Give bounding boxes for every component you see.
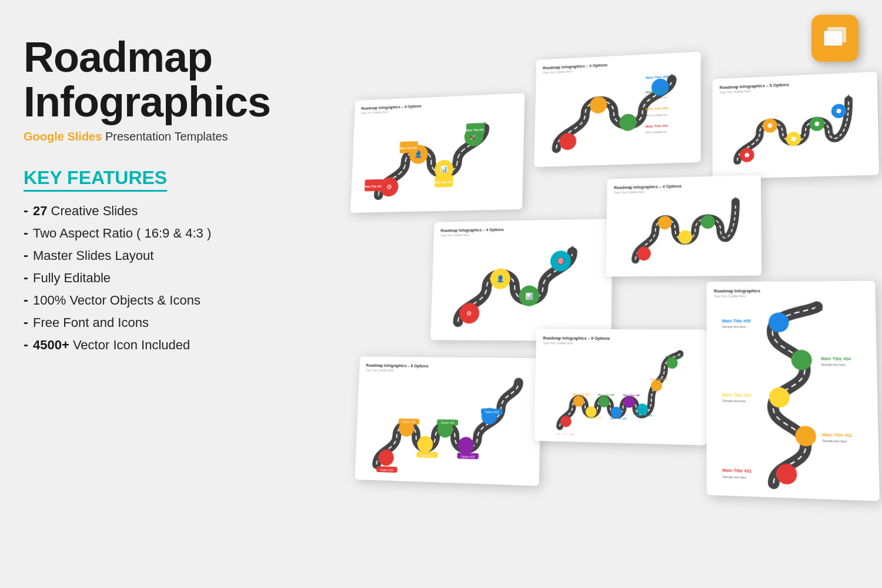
svg-text:Option #05: Option #05	[461, 455, 475, 459]
slide-subtitle-8: Type Your Subtitle Here	[714, 294, 867, 298]
svg-text:Sample text here: Sample text here	[822, 440, 847, 444]
slide-svg-2: Main Title #01 This is a sample text... …	[541, 70, 694, 161]
svg-text:Main Title #01: Main Title #01	[557, 433, 574, 436]
svg-point-23	[619, 113, 637, 131]
svg-text:Main Title #09: Main Title #09	[666, 355, 683, 359]
slide-card-7: Roadmap Infographics – 9 Options Type Yo…	[534, 329, 707, 446]
list-item: - Two Aspect Ratio ( 16:9 & 4:3 )	[24, 226, 270, 241]
svg-text:Main Title #04: Main Title #04	[646, 75, 669, 79]
svg-text:Main Title #02: Main Title #02	[400, 147, 417, 151]
svg-text:Option #02: Option #02	[402, 420, 416, 424]
slide-card-6: Roadmap Infographics – 6 Options Type Yo…	[355, 356, 541, 486]
slide-svg-4: ⚙ 👤 📊 🎯	[437, 238, 606, 334]
list-item: - Free Font and Icons	[24, 315, 270, 330]
svg-text:📊: 📊	[440, 165, 448, 173]
svg-text:Main Title #01: Main Title #01	[646, 123, 669, 128]
slide-svg-5	[613, 194, 754, 270]
subtitle-line: Google Slides Presentation Templates	[24, 130, 270, 143]
slide-svg-6: Option #01 Option #02 Option #03 Option …	[362, 375, 534, 479]
subtitle-rest: Presentation Templates	[102, 130, 228, 143]
slide-svg-1: ⚙ 👤 📊 🚀 Main Title #01 Main Title #02 Ma…	[357, 111, 517, 206]
slide-card-3: Roadmap Infographics – 5 Options Type Yo…	[713, 72, 879, 179]
key-features-heading: KEY FEATURES	[24, 167, 167, 192]
svg-text:Main Title #01: Main Title #01	[722, 468, 751, 473]
slides-showcase: Roadmap Infographics – 4 Options Type Yo…	[319, 41, 882, 588]
svg-text:👤: 👤	[496, 275, 505, 283]
slide-title-8: Roadmap Infographics	[714, 288, 867, 293]
svg-text:📊: 📊	[525, 292, 533, 300]
slide-subtitle-6: Type Your Subtitle Here	[366, 369, 534, 374]
list-item: - Fully Editable	[24, 270, 270, 286]
svg-text:Main Title #07: Main Title #07	[636, 414, 653, 417]
list-item: - Master Slides Layout	[24, 248, 270, 263]
svg-text:⚙: ⚙	[386, 183, 392, 191]
svg-point-94	[795, 426, 816, 447]
svg-text:This is a sample text...: This is a sample text...	[646, 96, 669, 100]
slide-card-5: Roadmap Infographics – 4 Options Type Yo…	[606, 175, 761, 277]
svg-text:Main Title #02: Main Title #02	[822, 433, 853, 438]
svg-text:Main Title #04: Main Title #04	[598, 393, 615, 396]
svg-text:⚙: ⚙	[466, 309, 472, 316]
svg-text:Option #01: Option #01	[380, 469, 393, 472]
svg-text:Option #03: Option #03	[420, 454, 435, 457]
svg-text:This is a sample text...: This is a sample text...	[646, 113, 669, 117]
svg-text:Option #06: Option #06	[485, 411, 499, 415]
svg-text:Main Title #03: Main Title #03	[722, 393, 751, 397]
svg-text:Main Title #05: Main Title #05	[722, 319, 751, 323]
svg-text:Main Title #06: Main Title #06	[623, 393, 640, 397]
svg-text:Main Title #05: Main Title #05	[610, 416, 627, 420]
svg-text:Main Title #03: Main Title #03	[435, 181, 453, 185]
svg-text:Option #04: Option #04	[440, 422, 455, 425]
svg-text:Main Title #08: Main Title #08	[650, 378, 667, 382]
svg-text:Sample text here: Sample text here	[722, 325, 746, 329]
slide-card-8: Roadmap Infographics Type Your Subtitle …	[707, 281, 880, 502]
svg-text:Sample text here: Sample text here	[722, 399, 746, 403]
svg-text:Main Title #02: Main Title #02	[646, 106, 669, 111]
list-item: - 27 Creative Slides	[24, 203, 270, 219]
svg-text:Main Title #01: Main Title #01	[365, 185, 382, 188]
slide-card-4: Roadmap Infographics – 4 Options Type Yo…	[430, 219, 613, 341]
svg-rect-1	[827, 27, 846, 42]
slide-svg-3	[720, 91, 871, 172]
list-item: - 4500+ Vector Icon Included	[24, 338, 270, 353]
svg-text:This is a sample text...: This is a sample text...	[645, 131, 669, 133]
page-title: Roadmap Infographics	[24, 35, 270, 124]
slide-card-2: Roadmap Infographics – 4 Options Type Yo…	[534, 52, 700, 167]
svg-text:Sample text here: Sample text here	[821, 363, 846, 367]
slide-svg-8: Main Title #01 Sample text here Main Tit…	[714, 300, 871, 493]
list-item: - 100% Vector Objects & Icons	[24, 293, 270, 308]
brand-name: Google Slides	[24, 130, 102, 143]
slide-subtitle-7: Type Your Subtitle Here	[543, 341, 699, 346]
svg-text:Sample text here: Sample text here	[723, 475, 747, 479]
svg-text:Main Title #03: Main Title #03	[585, 416, 602, 419]
svg-point-96	[791, 350, 812, 370]
svg-text:🎯: 🎯	[557, 257, 565, 265]
svg-text:Main Title #04: Main Title #04	[821, 356, 851, 361]
features-list: - 27 Creative Slides - Two Aspect Ratio …	[24, 203, 270, 353]
slide-svg-7: Main Title #01 Main Title #02 Main Title…	[541, 348, 699, 437]
svg-text:Main Title #02: Main Title #02	[573, 393, 590, 396]
left-panel: Roadmap Infographics Google Slides Prese…	[24, 35, 270, 360]
slide-card-1: Roadmap Infographics – 4 Options Type Yo…	[350, 93, 524, 213]
slide-title-7: Roadmap Infographics – 9 Options	[543, 336, 699, 340]
